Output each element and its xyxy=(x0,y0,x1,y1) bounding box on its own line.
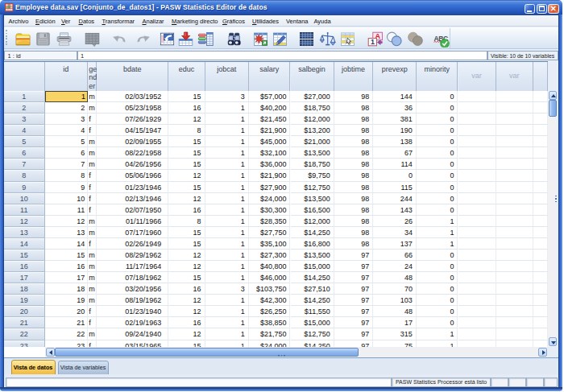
svg-text:1: 1 xyxy=(371,38,375,46)
